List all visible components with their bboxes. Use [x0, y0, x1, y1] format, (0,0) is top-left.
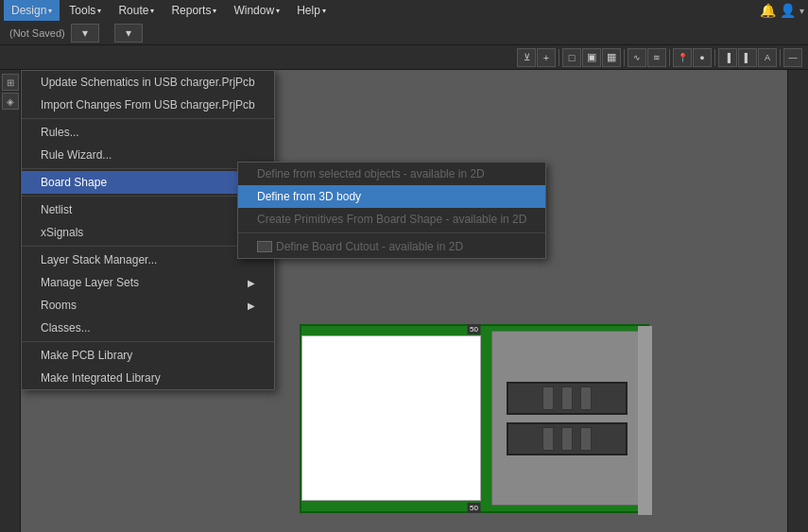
- menu-rules[interactable]: Rules...: [22, 121, 274, 144]
- wave-btn[interactable]: ∿: [627, 48, 646, 67]
- text-btn[interactable]: A: [758, 48, 777, 67]
- board-shape-submenu: Define from selected objects - available…: [237, 162, 546, 259]
- dot-btn[interactable]: ●: [693, 48, 712, 67]
- pcb-connector-edge: [638, 326, 652, 515]
- pcb-pin4: [542, 427, 554, 451]
- pcb-pin5: [561, 427, 573, 451]
- submenu-define-cutout[interactable]: Define Board Cutout - available in 2D: [238, 235, 545, 258]
- pcb-pin3: [580, 386, 592, 410]
- wave2-btn[interactable]: ≋: [647, 48, 666, 67]
- pcb-preview: 50: [300, 324, 649, 513]
- doc-title: (Not Saved): [6, 27, 69, 39]
- menu-board-shape[interactable]: Board Shape ▶: [22, 171, 274, 194]
- sep3: [669, 49, 670, 66]
- menu-route-arrow: ▾: [150, 7, 154, 15]
- bell-icon[interactable]: 🔔: [760, 3, 776, 18]
- menu-netlist[interactable]: Netlist ▶: [22, 198, 274, 221]
- rect3-btn[interactable]: ▦: [602, 48, 621, 67]
- pcb-connector-slot1: [507, 382, 627, 415]
- toolbar-row1: (Not Saved) ▾ ▾: [0, 21, 808, 45]
- submenu-sep1: [238, 232, 545, 233]
- pcb-pin2: [561, 386, 573, 410]
- sep4: [714, 49, 715, 66]
- menu-classes[interactable]: Classes...: [22, 317, 274, 339]
- arrow-icon: ▾: [799, 6, 804, 16]
- main-area: ⊞ ◈ 50: [0, 70, 808, 532]
- rooms-arrow: ▶: [248, 300, 255, 311]
- menu-window[interactable]: Window ▾: [226, 0, 287, 21]
- menu-tools-arrow: ▾: [97, 7, 101, 15]
- menu-route[interactable]: Route ▾: [111, 0, 162, 21]
- menu-design[interactable]: Design ▾: [4, 0, 60, 21]
- misc-btn[interactable]: —: [783, 48, 802, 67]
- menu-sep3: [22, 196, 274, 197]
- menu-reports[interactable]: Reports ▾: [163, 0, 224, 21]
- pcb-right-section: [491, 331, 643, 506]
- menu-window-arrow: ▾: [276, 7, 280, 15]
- menu-sep5: [22, 341, 274, 342]
- pcb-pin1: [542, 386, 554, 410]
- user-icon[interactable]: 👤: [780, 3, 796, 18]
- sep1: [559, 49, 559, 66]
- left-btn2[interactable]: ◈: [2, 93, 19, 110]
- menu-design-arrow: ▾: [48, 7, 52, 15]
- menu-sep1: [22, 118, 274, 119]
- bar2-btn[interactable]: ▌: [738, 48, 757, 67]
- add-btn[interactable]: +: [537, 48, 556, 67]
- pcb-left-section: [301, 335, 481, 501]
- menu-reports-arrow: ▾: [213, 7, 216, 15]
- menu-import-changes[interactable]: Import Changes From USB charger.PrjPcb: [22, 94, 274, 116]
- bar-btn[interactable]: ▐: [718, 48, 737, 67]
- pin-btn[interactable]: 📍: [673, 48, 692, 67]
- toolbar-dropdown1[interactable]: ▾: [71, 24, 99, 43]
- submenu-define-3d[interactable]: Define from 3D body: [238, 185, 545, 208]
- cutout-icon: [257, 241, 272, 252]
- toolbar-dropdown2[interactable]: ▾: [114, 24, 143, 43]
- submenu-create-primitives[interactable]: Create Primitives From Board Shape - ava…: [238, 208, 545, 231]
- menu-tools[interactable]: Tools ▾: [61, 0, 109, 21]
- submenu-define-selected[interactable]: Define from selected objects - available…: [238, 163, 545, 185]
- content-area: 50: [21, 70, 787, 532]
- menubar: Design ▾ Tools ▾ Route ▾ Reports ▾ Windo…: [0, 0, 808, 21]
- menu-xsignals[interactable]: xSignals ▶: [22, 221, 274, 244]
- pcb-marker-bottom: 50: [467, 503, 481, 513]
- sep2: [624, 49, 625, 66]
- right-panel: [787, 70, 808, 532]
- menu-make-integrated[interactable]: Make Integrated Library: [22, 367, 274, 389]
- menu-manage-layers[interactable]: Manage Layer Sets ▶: [22, 271, 274, 294]
- menu-rooms[interactable]: Rooms ▶: [22, 294, 274, 317]
- menu-sep4: [22, 246, 274, 247]
- menu-rule-wizard[interactable]: Rule Wizard...: [22, 144, 274, 166]
- menu-update-schematics[interactable]: Update Schematics in USB charger.PrjPcb: [22, 71, 274, 94]
- pcb-marker-top: 50: [467, 324, 481, 335]
- menu-make-pcb[interactable]: Make PCB Library: [22, 344, 274, 367]
- menu-sep2: [22, 168, 274, 169]
- menu-help[interactable]: Help ▾: [289, 0, 334, 21]
- left-panel: ⊞ ◈: [0, 70, 21, 532]
- toolbar-row2: ⊻ + □ ▣ ▦ ∿ ≋ 📍 ● ▐ ▌ A —: [0, 45, 808, 70]
- rect-btn[interactable]: □: [562, 48, 581, 67]
- filter-btn[interactable]: ⊻: [517, 48, 536, 67]
- sep5: [780, 49, 781, 66]
- menu-layer-stack[interactable]: Layer Stack Manager...: [22, 249, 274, 271]
- manage-layers-arrow: ▶: [248, 278, 255, 288]
- pcb-pin6: [580, 427, 592, 451]
- pcb-board: 50: [300, 324, 649, 513]
- left-btn1[interactable]: ⊞: [2, 74, 19, 91]
- rect2-btn[interactable]: ▣: [582, 48, 601, 67]
- menu-help-arrow: ▾: [322, 7, 326, 15]
- pcb-connector-slot2: [507, 422, 627, 455]
